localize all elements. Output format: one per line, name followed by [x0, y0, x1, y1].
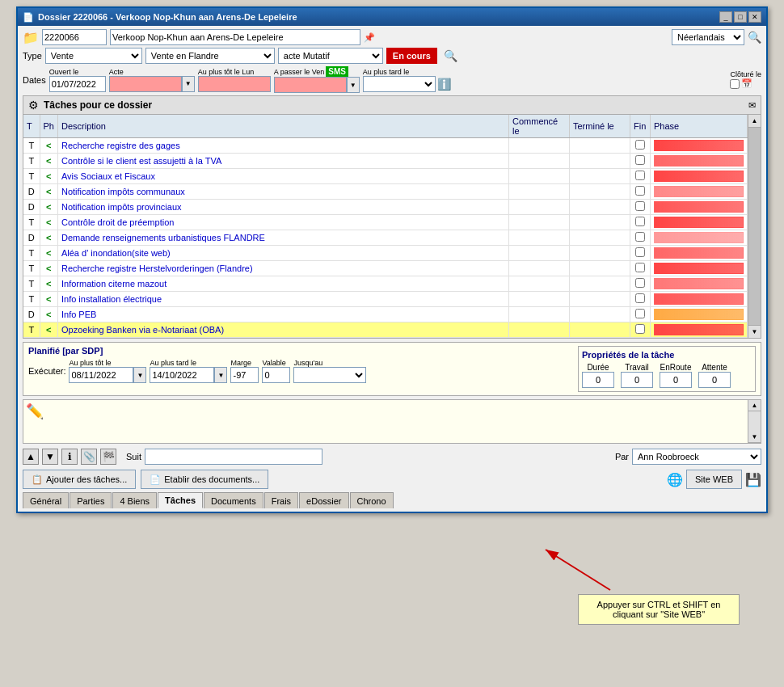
- note-scroll-down[interactable]: ▼: [748, 432, 761, 443]
- up-button[interactable]: ▲: [23, 449, 39, 465]
- scroll-up-btn[interactable]: ▲: [748, 115, 761, 128]
- fin-checkbox[interactable]: [635, 155, 645, 165]
- tab-chrono[interactable]: Chrono: [350, 492, 394, 508]
- minimize-button[interactable]: _: [719, 11, 732, 23]
- cell-fin[interactable]: [630, 169, 651, 184]
- note-scrollbar[interactable]: ▲ ▼: [748, 400, 761, 443]
- au-plus-tard-select[interactable]: [363, 76, 436, 92]
- enroute-input[interactable]: [660, 372, 692, 388]
- au-plus-tard-plan-dropdown[interactable]: ▼: [214, 367, 227, 383]
- valable-input[interactable]: [262, 367, 290, 383]
- fin-checkbox[interactable]: [635, 171, 645, 180]
- fin-checkbox[interactable]: [635, 232, 645, 242]
- note-scroll-track[interactable]: [748, 411, 761, 432]
- ven-input[interactable]: [274, 77, 347, 93]
- maximize-button[interactable]: □: [734, 11, 747, 23]
- lun-input[interactable]: [198, 76, 271, 92]
- cell-fin[interactable]: [630, 292, 651, 307]
- etablir-documents-button[interactable]: 📄 Etablir des documents...: [141, 470, 268, 489]
- tasks-expand-icon[interactable]: ✉: [748, 100, 756, 111]
- scroll-down-btn[interactable]: ▼: [748, 325, 761, 338]
- fin-checkbox[interactable]: [635, 201, 645, 211]
- travail-input[interactable]: [621, 372, 653, 388]
- dossier-title-input[interactable]: [110, 29, 360, 45]
- fin-checkbox[interactable]: [635, 278, 645, 288]
- cell-fin[interactable]: [630, 215, 651, 230]
- ven-dropdown-btn[interactable]: ▼: [347, 77, 360, 93]
- acte-dropdown-btn[interactable]: ▼: [182, 76, 195, 92]
- tab-général[interactable]: Général: [23, 492, 69, 508]
- au-plus-tot-plan-input[interactable]: [69, 367, 133, 383]
- gear-icon[interactable]: ⚙: [28, 99, 39, 112]
- cell-fin[interactable]: [630, 261, 651, 276]
- tab-frais[interactable]: Frais: [264, 492, 298, 508]
- tasks-scrollbar[interactable]: ▲ ▼: [748, 115, 761, 338]
- tab-4-biens[interactable]: 4 Biens: [112, 492, 157, 508]
- ajouter-taches-button[interactable]: 📋 Ajouter des tâches...: [23, 470, 136, 489]
- attente-input[interactable]: [698, 372, 731, 388]
- tab-tâches[interactable]: Tâches: [158, 492, 203, 508]
- jusquau-select[interactable]: [293, 367, 366, 383]
- cell-description[interactable]: Avis Sociaux et Fiscaux: [57, 169, 508, 184]
- fin-checkbox[interactable]: [635, 263, 645, 272]
- search-icon[interactable]: 🔍: [748, 31, 761, 44]
- cell-description[interactable]: Notification impôts communaux: [57, 184, 508, 200]
- close-button[interactable]: ✕: [748, 11, 761, 23]
- flag-button[interactable]: 🏁: [100, 449, 116, 465]
- cell-description[interactable]: Contrôle droit de préemption: [57, 215, 508, 230]
- cell-description[interactable]: Contrôle si le client est assujetti à la…: [57, 154, 508, 169]
- cell-fin[interactable]: [630, 307, 651, 322]
- info-icon[interactable]: ℹ️: [437, 78, 451, 91]
- cell-fin[interactable]: [630, 184, 651, 200]
- note-scroll-up[interactable]: ▲: [748, 400, 761, 411]
- cloture-checkbox[interactable]: [730, 79, 740, 89]
- dossier-number-input[interactable]: [42, 29, 107, 45]
- duree-input[interactable]: [582, 372, 614, 388]
- marge-input[interactable]: [230, 367, 259, 383]
- fin-checkbox[interactable]: [635, 324, 645, 334]
- info-button[interactable]: ℹ: [61, 449, 78, 465]
- ouvert-date-input[interactable]: [49, 76, 106, 92]
- cell-fin[interactable]: [630, 230, 651, 246]
- cell-fin[interactable]: [630, 276, 651, 292]
- au-plus-tot-plan-dropdown[interactable]: ▼: [133, 367, 146, 383]
- cell-description[interactable]: Opzoeking Banken via e-Notariaat (OBA): [57, 322, 508, 338]
- status-search-icon[interactable]: 🔍: [444, 49, 457, 62]
- fin-checkbox[interactable]: [635, 217, 645, 226]
- cell-description[interactable]: Notification impôts provinciaux: [57, 200, 508, 215]
- cell-fin[interactable]: [630, 200, 651, 215]
- tab-edossier[interactable]: eDossier: [299, 492, 348, 508]
- tab-parties[interactable]: Parties: [70, 492, 112, 508]
- folder-icon[interactable]: 📁: [23, 30, 39, 45]
- type3-select[interactable]: acte Mutatif: [278, 48, 383, 64]
- down-button[interactable]: ▼: [42, 449, 58, 465]
- save-icon[interactable]: 💾: [745, 472, 761, 487]
- cell-description[interactable]: Aléa d' inondation(site web): [57, 246, 508, 261]
- type2-select[interactable]: Vente en Flandre: [145, 48, 275, 64]
- cell-fin[interactable]: [630, 138, 651, 154]
- suit-input[interactable]: [145, 449, 322, 465]
- cell-description[interactable]: Recherche registre Herstelvorderingen (F…: [57, 261, 508, 276]
- scroll-track[interactable]: [748, 128, 761, 325]
- site-web-button[interactable]: Site WEB: [686, 470, 742, 489]
- par-select[interactable]: Ann Roobroeck: [632, 449, 761, 465]
- cell-fin[interactable]: [630, 154, 651, 169]
- type-select[interactable]: Vente: [45, 48, 142, 64]
- fin-checkbox[interactable]: [635, 247, 645, 257]
- attachment-button[interactable]: 📎: [81, 449, 97, 465]
- language-select[interactable]: Néerlandais: [672, 29, 744, 45]
- tab-documents[interactable]: Documents: [204, 492, 263, 508]
- fin-checkbox[interactable]: [635, 186, 645, 196]
- cell-description[interactable]: Recherche registre des gages: [57, 138, 508, 154]
- cell-fin[interactable]: [630, 246, 651, 261]
- fin-checkbox[interactable]: [635, 140, 645, 150]
- au-plus-tard-plan-input[interactable]: [150, 367, 214, 383]
- cell-description[interactable]: Demande renseignements urbanistiques FLA…: [57, 230, 508, 246]
- fin-checkbox[interactable]: [635, 293, 645, 303]
- acte-input[interactable]: [109, 76, 182, 92]
- cell-description[interactable]: Information citerne mazout: [57, 276, 508, 292]
- cell-description[interactable]: Info installation électrique: [57, 292, 508, 307]
- cell-description[interactable]: Info PEB: [57, 307, 508, 322]
- cloture-calendar-icon[interactable]: 📅: [741, 78, 752, 89]
- fin-checkbox[interactable]: [635, 309, 645, 318]
